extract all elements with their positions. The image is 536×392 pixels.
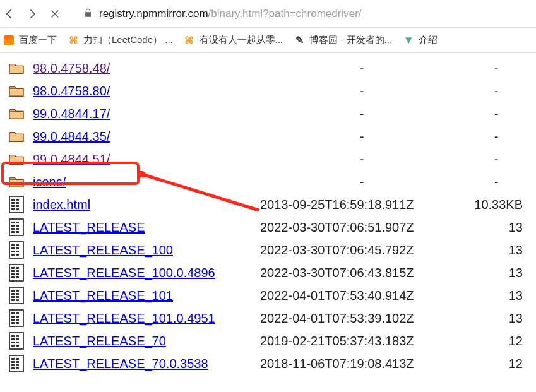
file-icon: [0, 355, 33, 372]
bookmark-baidu[interactable]: 百度一下: [4, 34, 57, 46]
size-cell: -: [463, 61, 529, 76]
name-cell: LATEST_RELEASE_101: [33, 288, 260, 303]
bookmark-leetcode-2[interactable]: ⌘ 有没有人一起从零...: [184, 34, 283, 46]
browser-toolbar: registry.npmmirror.com/binary.html?path=…: [0, 0, 536, 28]
file-icon: [0, 264, 33, 282]
date-cell: 2018-11-06T07:19:08.413Z: [260, 357, 463, 371]
file-link[interactable]: LATEST_RELEASE_101.0.4951: [33, 311, 215, 325]
forward-button[interactable]: [25, 7, 39, 21]
lock-icon: [83, 8, 93, 20]
listing-row: LATEST_RELEASE_101.0.49512022-04-01T07:5…: [0, 307, 536, 330]
date-cell: -: [260, 61, 463, 76]
url-text: registry.npmmirror.com/binary.html?path=…: [99, 8, 362, 20]
listing-row: 98.0.4758.48/--: [0, 57, 536, 80]
bookmark-label: 介绍: [419, 34, 438, 46]
bookmark-label: 力扣（LeetCode） ...: [83, 34, 173, 46]
file-link[interactable]: icons/: [33, 175, 66, 189]
bookmark-vue[interactable]: ▼ 介绍: [403, 34, 438, 46]
address-bar[interactable]: registry.npmmirror.com/binary.html?path=…: [71, 8, 533, 20]
bookmark-leetcode[interactable]: ⌘ 力扣（LeetCode） ...: [68, 34, 173, 46]
size-cell: -: [463, 175, 529, 189]
stop-reload-button[interactable]: [48, 7, 62, 21]
leetcode-icon: ⌘: [184, 35, 194, 45]
listing-row: index.html2013-09-25T16:59:18.911Z10.33K…: [0, 193, 536, 216]
listing-row: LATEST_RELEASE2022-03-30T07:06:51.907Z13: [0, 216, 536, 239]
date-cell: 2022-03-30T07:06:45.792Z: [260, 243, 463, 258]
bookmarks-bar: 百度一下 ⌘ 力扣（LeetCode） ... ⌘ 有没有人一起从零... ✎ …: [0, 28, 536, 53]
cnblogs-icon: ✎: [294, 35, 304, 45]
listing-row: LATEST_RELEASE_1002022-03-30T07:06:45.79…: [0, 239, 536, 261]
vue-icon: ▼: [403, 35, 414, 45]
date-cell: 2022-04-01T07:53:39.102Z: [260, 311, 463, 326]
name-cell: index.html: [33, 198, 260, 212]
bookmark-cnblogs[interactable]: ✎ 博客园 - 开发者的...: [294, 34, 392, 46]
listing-row: 99.0.4844.51/--: [0, 148, 536, 170]
listing-row: 99.0.4844.17/--: [0, 102, 536, 125]
folder-icon: [0, 175, 33, 189]
file-icon: [0, 332, 33, 350]
date-cell: -: [260, 152, 463, 167]
name-cell: LATEST_RELEASE_70: [33, 334, 260, 348]
date-cell: -: [260, 175, 463, 189]
file-link[interactable]: LATEST_RELEASE_70.0.3538: [33, 357, 208, 371]
bookmark-label: 百度一下: [19, 34, 57, 46]
date-cell: 2022-03-30T07:06:51.907Z: [260, 220, 463, 235]
size-cell: 13: [463, 220, 529, 235]
size-cell: 13: [463, 288, 529, 303]
file-icon: [0, 309, 33, 327]
back-button[interactable]: [3, 7, 16, 21]
file-link[interactable]: LATEST_RELEASE_70: [33, 334, 166, 348]
file-link[interactable]: LATEST_RELEASE_101: [33, 288, 173, 302]
listing-row: LATEST_RELEASE_70.0.35382018-11-06T07:19…: [0, 352, 536, 375]
file-icon: [0, 241, 33, 259]
file-link[interactable]: 99.0.4844.51/: [33, 152, 110, 166]
date-cell: -: [260, 107, 463, 121]
bookmark-label: 有没有人一起从零...: [200, 34, 283, 46]
name-cell: 98.0.4758.48/: [33, 61, 260, 76]
leetcode-icon: ⌘: [68, 35, 78, 45]
file-icon: [0, 218, 33, 236]
folder-icon: [0, 107, 33, 121]
size-cell: 10.33KB: [463, 198, 529, 212]
name-cell: 98.0.4758.80/: [33, 84, 260, 98]
size-cell: -: [463, 107, 529, 121]
folder-icon: [0, 61, 33, 75]
date-cell: 2013-09-25T16:59:18.911Z: [260, 198, 463, 212]
date-cell: 2022-04-01T07:53:40.914Z: [260, 288, 463, 303]
folder-icon: [0, 84, 33, 98]
file-link[interactable]: 99.0.4844.17/: [33, 107, 110, 121]
listing-row: 99.0.4844.35/--: [0, 125, 536, 148]
bookmark-label: 博客园 - 开发者的...: [309, 34, 392, 46]
name-cell: LATEST_RELEASE_101.0.4951: [33, 311, 260, 326]
name-cell: LATEST_RELEASE_70.0.3538: [33, 357, 260, 371]
file-link[interactable]: 99.0.4844.35/: [33, 129, 110, 143]
name-cell: icons/: [33, 175, 260, 189]
date-cell: -: [260, 129, 463, 144]
name-cell: LATEST_RELEASE: [33, 220, 260, 235]
size-cell: -: [463, 129, 529, 144]
size-cell: 12: [463, 334, 529, 348]
size-cell: 13: [463, 311, 529, 326]
name-cell: 99.0.4844.35/: [33, 129, 260, 144]
file-link[interactable]: 98.0.4758.80/: [33, 84, 110, 98]
listing-row: 98.0.4758.80/--: [0, 80, 536, 102]
date-cell: -: [260, 84, 463, 98]
size-cell: 13: [463, 243, 529, 258]
baidu-icon: [4, 35, 14, 45]
file-icon: [0, 196, 33, 213]
file-icon: [0, 287, 33, 304]
file-link[interactable]: LATEST_RELEASE_100: [33, 243, 173, 257]
folder-icon: [0, 129, 33, 143]
size-cell: -: [463, 84, 529, 98]
listing-row: LATEST_RELEASE_100.0.48962022-03-30T07:0…: [0, 261, 536, 284]
directory-listing: 98.0.4758.48/--98.0.4758.80/--99.0.4844.…: [0, 53, 536, 375]
file-link[interactable]: LATEST_RELEASE: [33, 220, 145, 234]
file-link[interactable]: 98.0.4758.48/: [33, 61, 110, 75]
file-link[interactable]: index.html: [33, 198, 90, 211]
size-cell: 12: [463, 357, 529, 371]
folder-icon: [0, 152, 33, 166]
name-cell: LATEST_RELEASE_100.0.4896: [33, 266, 260, 280]
listing-row: LATEST_RELEASE_1012022-04-01T07:53:40.91…: [0, 284, 536, 307]
size-cell: -: [463, 152, 529, 167]
file-link[interactable]: LATEST_RELEASE_100.0.4896: [33, 266, 215, 280]
